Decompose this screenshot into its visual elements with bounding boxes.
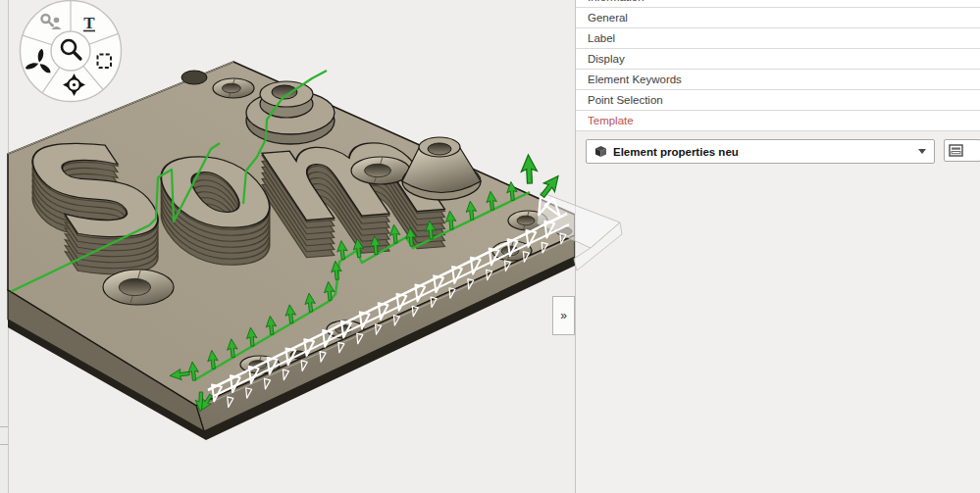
property-section-list: Information General Label Display Elemen… <box>576 0 980 131</box>
section-row-general[interactable]: General <box>576 8 980 28</box>
template-dropdown[interactable]: Element properties neu <box>586 139 935 164</box>
section-row-display[interactable]: Display <box>576 49 980 70</box>
template-dropdown-value: Element properties neu <box>613 146 918 158</box>
model-plate[interactable]: SomSomSomSomSomSomSom Som <box>0 62 575 440</box>
form-layout-icon <box>949 144 963 157</box>
strip-tick <box>0 426 8 427</box>
key-person-icon[interactable] <box>42 15 62 29</box>
symbol-box-icon <box>594 145 607 158</box>
selection-contour <box>8 143 220 293</box>
svg-text:Som: Som <box>0 94 479 268</box>
panel-expander-button[interactable]: » <box>552 296 575 335</box>
section-row-point-selection[interactable]: Point Selection <box>576 90 980 111</box>
text-T-icon[interactable]: T <box>83 14 95 32</box>
section-row-template[interactable]: Template <box>576 111 980 131</box>
selection-rect-icon[interactable] <box>98 55 112 69</box>
conical-boss <box>402 137 481 200</box>
countersunk-hole <box>327 320 364 338</box>
crosshair-icon[interactable] <box>63 74 85 96</box>
selection-path-green <box>169 155 563 413</box>
selection-contour <box>243 71 327 204</box>
direction-path-white <box>208 197 569 408</box>
app-window: Information General Label Display Elemen… <box>0 0 980 493</box>
svg-text:Som: Som <box>0 125 479 299</box>
countersunk-hole <box>213 78 254 98</box>
propeller-icon[interactable] <box>25 48 52 74</box>
countersunk-hole <box>351 157 410 184</box>
strip-tick <box>0 444 8 445</box>
section-row-label[interactable]: Label <box>576 28 980 49</box>
properties-panel: Information General Label Display Elemen… <box>575 0 980 493</box>
hole <box>290 351 306 359</box>
countersunk-hole <box>492 241 532 261</box>
svg-text:Som: Som <box>0 120 479 293</box>
template-section-body: Element properties neu <box>576 131 980 164</box>
countersunk-hole <box>103 270 174 305</box>
hole <box>556 227 572 235</box>
stepped-boss <box>246 81 335 144</box>
embossed-text: Som <box>0 94 479 268</box>
svg-text:T: T <box>83 14 95 32</box>
section-row-information[interactable]: Information <box>576 0 980 8</box>
svg-text:Som: Som <box>0 102 479 275</box>
chevron-down-icon <box>918 149 926 154</box>
section-row-element-keywords[interactable]: Element Keywords <box>576 70 980 90</box>
detach-template-button[interactable] <box>944 139 980 162</box>
svg-text:Som: Som <box>0 114 479 287</box>
magnifier-icon[interactable] <box>62 40 80 59</box>
svg-text:Som: Som <box>0 96 479 270</box>
expander-label: » <box>560 309 567 322</box>
left-collapsed-panel[interactable] <box>0 0 9 493</box>
svg-text:Som: Som <box>0 131 479 305</box>
svg-text:Som: Som <box>0 108 479 281</box>
radial-tool-menu[interactable]: T <box>21 1 122 102</box>
hole <box>181 71 207 84</box>
countersunk-hole <box>240 356 280 373</box>
countersunk-hole <box>508 211 547 230</box>
